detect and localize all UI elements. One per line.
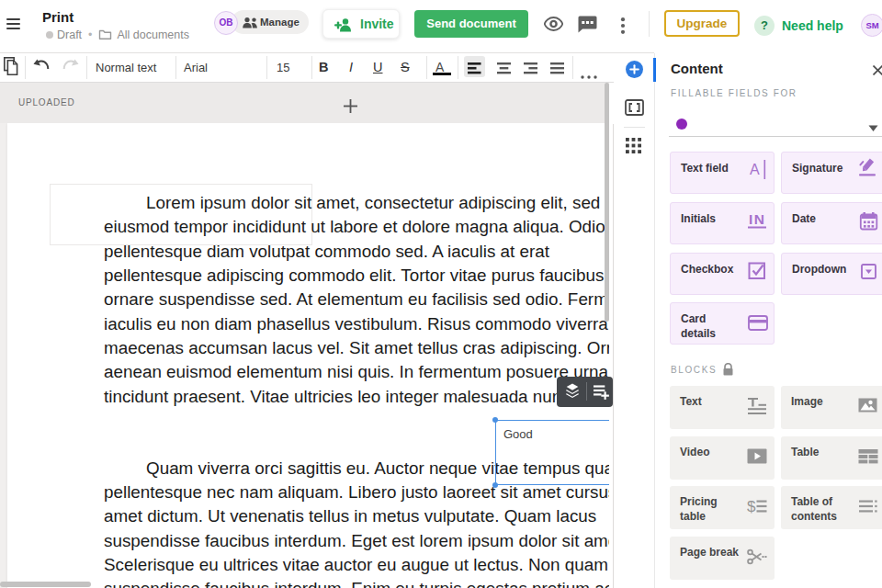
svg-text:IN: IN [749,211,764,227]
svg-text:A: A [750,162,760,177]
svg-text:$: $ [747,498,756,515]
